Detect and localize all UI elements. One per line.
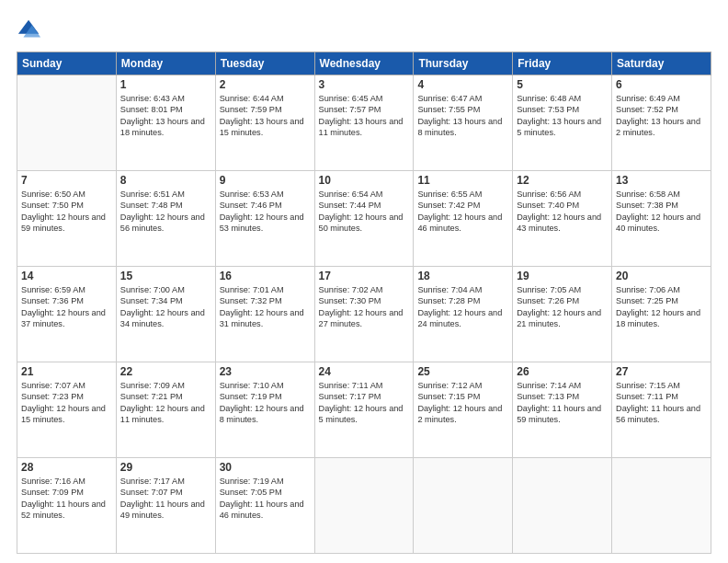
cell-content: Sunrise: 7:11 AM Sunset: 7:17 PM Dayligh… xyxy=(319,380,410,426)
calendar-cell: 26 Sunrise: 7:14 AM Sunset: 7:13 PM Dayl… xyxy=(513,362,612,458)
cell-content: Sunrise: 6:59 AM Sunset: 7:36 PM Dayligh… xyxy=(21,284,112,330)
cell-content: Sunrise: 6:58 AM Sunset: 7:38 PM Dayligh… xyxy=(616,189,707,235)
calendar-cell: 5 Sunrise: 6:48 AM Sunset: 7:53 PM Dayli… xyxy=(513,75,612,171)
cell-content: Sunrise: 6:45 AM Sunset: 7:57 PM Dayligh… xyxy=(319,93,410,139)
calendar-page: SundayMondayTuesdayWednesdayThursdayFrid… xyxy=(0,0,728,563)
cell-content: Sunrise: 7:05 AM Sunset: 7:26 PM Dayligh… xyxy=(517,284,608,330)
day-number: 9 xyxy=(220,174,311,187)
calendar-cell: 4 Sunrise: 6:47 AM Sunset: 7:55 PM Dayli… xyxy=(414,75,513,171)
calendar-cell xyxy=(17,75,117,171)
calendar-table: SundayMondayTuesdayWednesdayThursdayFrid… xyxy=(17,52,711,554)
weekday-header: Saturday xyxy=(612,52,711,75)
calendar-cell: 16 Sunrise: 7:01 AM Sunset: 7:32 PM Dayl… xyxy=(215,267,314,362)
day-number: 16 xyxy=(220,270,311,282)
day-number: 6 xyxy=(616,78,707,91)
day-number: 1 xyxy=(120,78,211,91)
calendar-cell: 22 Sunrise: 7:09 AM Sunset: 7:21 PM Dayl… xyxy=(116,362,215,458)
day-number: 18 xyxy=(417,270,508,282)
cell-content: Sunrise: 7:12 AM Sunset: 7:15 PM Dayligh… xyxy=(417,380,508,426)
day-number: 12 xyxy=(517,174,608,187)
calendar-cell: 19 Sunrise: 7:05 AM Sunset: 7:26 PM Dayl… xyxy=(513,267,612,362)
day-number: 25 xyxy=(417,365,508,378)
day-number: 24 xyxy=(319,365,410,378)
cell-content: Sunrise: 7:01 AM Sunset: 7:32 PM Dayligh… xyxy=(220,284,311,330)
cell-content: Sunrise: 7:09 AM Sunset: 7:21 PM Dayligh… xyxy=(120,380,211,426)
calendar-cell xyxy=(513,458,612,554)
cell-content: Sunrise: 7:15 AM Sunset: 7:11 PM Dayligh… xyxy=(616,380,707,426)
day-number: 19 xyxy=(517,270,608,282)
header xyxy=(17,17,711,42)
day-number: 15 xyxy=(120,270,211,282)
day-number: 2 xyxy=(220,78,311,91)
day-number: 11 xyxy=(417,174,508,187)
weekday-header: Thursday xyxy=(414,52,513,75)
calendar-cell: 3 Sunrise: 6:45 AM Sunset: 7:57 PM Dayli… xyxy=(314,75,414,171)
cell-content: Sunrise: 6:53 AM Sunset: 7:46 PM Dayligh… xyxy=(220,189,311,235)
cell-content: Sunrise: 6:56 AM Sunset: 7:40 PM Dayligh… xyxy=(517,189,608,235)
calendar-cell: 25 Sunrise: 7:12 AM Sunset: 7:15 PM Dayl… xyxy=(414,362,513,458)
calendar-cell: 2 Sunrise: 6:44 AM Sunset: 7:59 PM Dayli… xyxy=(215,75,314,171)
cell-content: Sunrise: 6:47 AM Sunset: 7:55 PM Dayligh… xyxy=(417,93,508,139)
cell-content: Sunrise: 6:44 AM Sunset: 7:59 PM Dayligh… xyxy=(220,93,311,139)
calendar-week-row: 28 Sunrise: 7:16 AM Sunset: 7:09 PM Dayl… xyxy=(17,458,711,554)
cell-content: Sunrise: 6:51 AM Sunset: 7:48 PM Dayligh… xyxy=(120,189,211,235)
calendar-cell: 6 Sunrise: 6:49 AM Sunset: 7:52 PM Dayli… xyxy=(612,75,711,171)
day-number: 20 xyxy=(616,270,707,282)
calendar-week-row: 1 Sunrise: 6:43 AM Sunset: 8:01 PM Dayli… xyxy=(17,75,711,171)
weekday-header: Sunday xyxy=(17,52,117,75)
calendar-cell: 7 Sunrise: 6:50 AM Sunset: 7:50 PM Dayli… xyxy=(17,171,117,267)
day-number: 27 xyxy=(616,365,707,378)
day-number: 13 xyxy=(616,174,707,187)
day-number: 3 xyxy=(319,78,410,91)
calendar-cell xyxy=(612,458,711,554)
cell-content: Sunrise: 7:07 AM Sunset: 7:23 PM Dayligh… xyxy=(21,380,112,426)
calendar-week-row: 7 Sunrise: 6:50 AM Sunset: 7:50 PM Dayli… xyxy=(17,171,711,267)
calendar-cell: 30 Sunrise: 7:19 AM Sunset: 7:05 PM Dayl… xyxy=(215,458,314,554)
calendar-cell: 9 Sunrise: 6:53 AM Sunset: 7:46 PM Dayli… xyxy=(215,171,314,267)
calendar-cell: 21 Sunrise: 7:07 AM Sunset: 7:23 PM Dayl… xyxy=(17,362,117,458)
calendar-cell: 13 Sunrise: 6:58 AM Sunset: 7:38 PM Dayl… xyxy=(612,171,711,267)
cell-content: Sunrise: 6:54 AM Sunset: 7:44 PM Dayligh… xyxy=(319,189,410,235)
calendar-cell xyxy=(314,458,414,554)
day-number: 29 xyxy=(120,461,211,474)
day-number: 30 xyxy=(220,461,311,474)
cell-content: Sunrise: 6:50 AM Sunset: 7:50 PM Dayligh… xyxy=(21,189,112,235)
cell-content: Sunrise: 7:10 AM Sunset: 7:19 PM Dayligh… xyxy=(220,380,311,426)
cell-content: Sunrise: 7:00 AM Sunset: 7:34 PM Dayligh… xyxy=(120,284,211,330)
calendar-cell: 10 Sunrise: 6:54 AM Sunset: 7:44 PM Dayl… xyxy=(314,171,414,267)
calendar-cell: 24 Sunrise: 7:11 AM Sunset: 7:17 PM Dayl… xyxy=(314,362,414,458)
calendar-cell: 12 Sunrise: 6:56 AM Sunset: 7:40 PM Dayl… xyxy=(513,171,612,267)
cell-content: Sunrise: 6:49 AM Sunset: 7:52 PM Dayligh… xyxy=(616,93,707,139)
calendar-cell: 23 Sunrise: 7:10 AM Sunset: 7:19 PM Dayl… xyxy=(215,362,314,458)
calendar-cell: 14 Sunrise: 6:59 AM Sunset: 7:36 PM Dayl… xyxy=(17,267,117,362)
day-number: 21 xyxy=(21,365,112,378)
cell-content: Sunrise: 7:06 AM Sunset: 7:25 PM Dayligh… xyxy=(616,284,707,330)
calendar-cell: 1 Sunrise: 6:43 AM Sunset: 8:01 PM Dayli… xyxy=(116,75,215,171)
calendar-week-row: 14 Sunrise: 6:59 AM Sunset: 7:36 PM Dayl… xyxy=(17,267,711,362)
weekday-header: Friday xyxy=(513,52,612,75)
calendar-cell: 18 Sunrise: 7:04 AM Sunset: 7:28 PM Dayl… xyxy=(414,267,513,362)
day-number: 17 xyxy=(319,270,410,282)
cell-content: Sunrise: 7:14 AM Sunset: 7:13 PM Dayligh… xyxy=(517,380,608,426)
calendar-cell: 27 Sunrise: 7:15 AM Sunset: 7:11 PM Dayl… xyxy=(612,362,711,458)
day-number: 22 xyxy=(120,365,211,378)
calendar-week-row: 21 Sunrise: 7:07 AM Sunset: 7:23 PM Dayl… xyxy=(17,362,711,458)
calendar-cell: 15 Sunrise: 7:00 AM Sunset: 7:34 PM Dayl… xyxy=(116,267,215,362)
cell-content: Sunrise: 7:04 AM Sunset: 7:28 PM Dayligh… xyxy=(417,284,508,330)
weekday-header: Wednesday xyxy=(314,52,414,75)
day-number: 14 xyxy=(21,270,112,282)
weekday-header: Monday xyxy=(116,52,215,75)
cell-content: Sunrise: 6:55 AM Sunset: 7:42 PM Dayligh… xyxy=(417,189,508,235)
cell-content: Sunrise: 6:48 AM Sunset: 7:53 PM Dayligh… xyxy=(517,93,608,139)
cell-content: Sunrise: 7:16 AM Sunset: 7:09 PM Dayligh… xyxy=(21,476,112,522)
calendar-cell xyxy=(414,458,513,554)
weekday-header: Tuesday xyxy=(215,52,314,75)
calendar-cell: 29 Sunrise: 7:17 AM Sunset: 7:07 PM Dayl… xyxy=(116,458,215,554)
day-number: 28 xyxy=(21,461,112,474)
day-number: 26 xyxy=(517,365,608,378)
calendar-cell: 28 Sunrise: 7:16 AM Sunset: 7:09 PM Dayl… xyxy=(17,458,117,554)
day-number: 23 xyxy=(220,365,311,378)
calendar-cell: 17 Sunrise: 7:02 AM Sunset: 7:30 PM Dayl… xyxy=(314,267,414,362)
cell-content: Sunrise: 7:17 AM Sunset: 7:07 PM Dayligh… xyxy=(120,476,211,522)
day-number: 5 xyxy=(517,78,608,91)
